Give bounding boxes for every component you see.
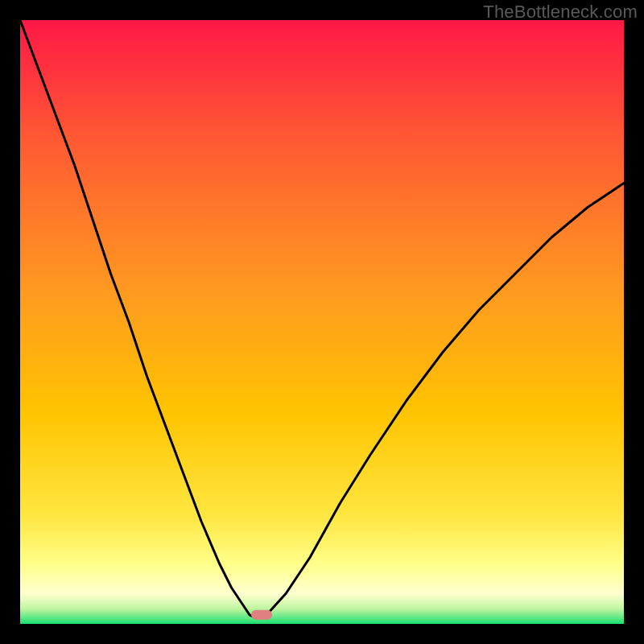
chart-svg — [20, 20, 624, 624]
plot-area — [20, 20, 624, 624]
minimum-marker — [251, 610, 272, 620]
chart-frame: TheBottleneck.com — [0, 0, 644, 644]
